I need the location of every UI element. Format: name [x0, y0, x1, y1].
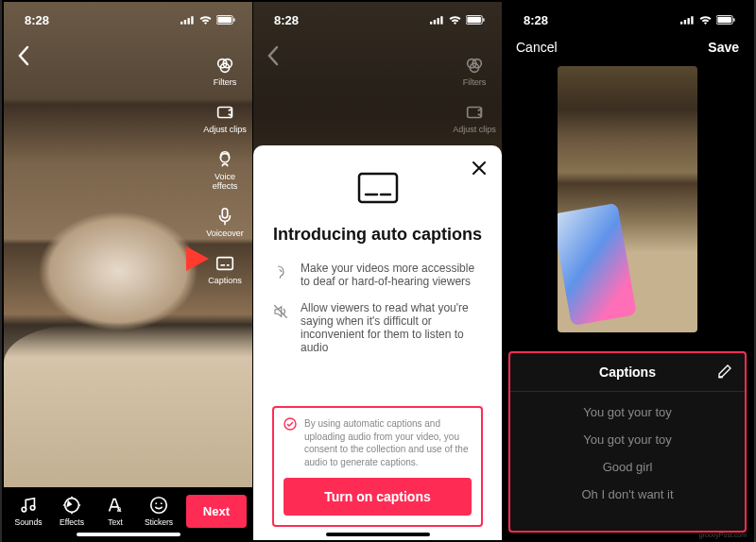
next-button[interactable]: Next: [186, 495, 247, 528]
sounds-button[interactable]: Sounds: [9, 495, 47, 527]
voice-effects-button[interactable]: Voice effects: [203, 149, 247, 191]
svg-rect-25: [434, 20, 436, 25]
close-button[interactable]: [472, 159, 487, 180]
battery-icon: [716, 15, 735, 25]
home-indicator[interactable]: [77, 533, 180, 536]
adjust-clips-label: Adjust clips: [203, 125, 247, 134]
home-indicator[interactable]: [326, 533, 430, 536]
bullet-mute: Allow viewers to read what you're saying…: [272, 301, 483, 354]
text-icon: a: [105, 495, 126, 516]
screen-3-captions-review: 8:28 Cancel Save Captions You got your t…: [503, 2, 752, 540]
save-button[interactable]: Save: [708, 40, 739, 55]
consent-row: By using automatic captions and uploadin…: [284, 417, 472, 468]
svg-rect-35: [359, 174, 397, 202]
svg-rect-24: [430, 22, 432, 25]
captions-label: Captions: [208, 276, 242, 285]
caption-line[interactable]: Good girl: [603, 460, 653, 474]
filters-icon: [464, 55, 485, 76]
sounds-label: Sounds: [15, 517, 43, 527]
consent-check-icon: [284, 417, 297, 468]
bullet-1-text: Make your videos more accessible to deaf…: [301, 262, 483, 288]
back-button-dim: [266, 45, 280, 72]
edit-captions-button[interactable]: [716, 363, 733, 382]
svg-text:a: a: [117, 505, 122, 514]
voiceover-button[interactable]: Voiceover: [203, 206, 247, 238]
svg-rect-10: [218, 108, 232, 118]
svg-rect-40: [680, 22, 682, 25]
svg-point-39: [284, 418, 296, 430]
adjust-clips-button[interactable]: Adjust clips: [203, 102, 247, 134]
top-nav: Cancel Save: [503, 40, 752, 55]
effects-button[interactable]: Effects: [53, 495, 91, 527]
filters-button-dim: Filters: [453, 55, 496, 87]
stickers-label: Stickers: [145, 517, 173, 527]
video-preview[interactable]: [558, 66, 697, 332]
stickers-button[interactable]: Stickers: [140, 495, 178, 527]
svg-point-21: [151, 498, 167, 514]
signal-icon: [430, 15, 444, 25]
svg-point-22: [155, 502, 157, 504]
svg-point-17: [22, 507, 26, 512]
consent-text: By using automatic captions and uploadin…: [304, 417, 472, 468]
adjust-clips-label: Adjust clips: [453, 125, 496, 134]
svg-rect-5: [217, 17, 232, 23]
svg-rect-27: [440, 16, 442, 24]
stickers-icon: [148, 495, 169, 516]
status-indicators: [680, 15, 735, 25]
side-toolbar-dim: Filters Adjust clips: [453, 55, 496, 134]
preview-overlay: [558, 203, 637, 326]
annotation-arrow: [145, 244, 211, 274]
svg-rect-41: [684, 20, 686, 25]
wifi-icon: [198, 15, 213, 25]
status-indicators: [430, 15, 485, 25]
text-label: Text: [108, 517, 123, 527]
status-time: 8:28: [274, 13, 299, 27]
status-bar: 8:28: [253, 2, 502, 32]
cancel-button[interactable]: Cancel: [516, 40, 558, 55]
back-button[interactable]: [17, 45, 30, 72]
filters-button[interactable]: Filters: [203, 55, 247, 87]
captions-header: Captions: [510, 353, 745, 392]
svg-rect-46: [733, 18, 734, 22]
svg-point-18: [30, 505, 35, 510]
close-icon: [472, 161, 487, 176]
svg-rect-26: [438, 18, 439, 25]
caption-line[interactable]: You got your toy: [583, 432, 671, 447]
screen-2-captions-intro: 8:28 Filters Adjust clips: [253, 2, 503, 540]
status-time: 8:28: [524, 13, 548, 27]
voice-effects-label: Voice effects: [203, 172, 247, 191]
adjust-clips-icon: [464, 102, 485, 123]
watermark: groovyPost.com: [699, 532, 747, 538]
wifi-icon: [448, 15, 462, 25]
caption-line[interactable]: You got your toy: [583, 405, 671, 419]
filters-label: Filters: [214, 77, 237, 87]
captions-list[interactable]: You got your toy You got your toy Good g…: [510, 392, 745, 531]
svg-rect-43: [691, 16, 693, 24]
filters-label: Filters: [463, 77, 487, 87]
filters-icon: [215, 55, 235, 76]
voiceover-label: Voiceover: [206, 229, 244, 238]
bottom-tool-group: Sounds Effects a Text Stickers: [9, 495, 178, 527]
turn-on-captions-button[interactable]: Turn on captions: [284, 478, 472, 516]
sounds-icon: [18, 495, 39, 516]
sheet-title: Introducing auto captions: [272, 225, 483, 245]
svg-rect-12: [222, 209, 228, 218]
svg-rect-45: [717, 17, 731, 23]
mute-icon: [272, 303, 289, 354]
adjust-clips-button-dim: Adjust clips: [453, 102, 496, 134]
text-button[interactable]: a Text: [96, 495, 134, 527]
ear-icon: [272, 263, 289, 288]
svg-rect-6: [233, 18, 234, 22]
status-indicators: [180, 15, 235, 25]
captions-title: Captions: [599, 364, 656, 380]
svg-point-11: [220, 154, 229, 162]
status-time: 8:28: [25, 13, 49, 27]
svg-rect-0: [180, 22, 182, 25]
svg-rect-29: [467, 17, 481, 23]
adjust-clips-icon: [215, 102, 235, 123]
three-phone-layout: 8:28 Filters Adjust clips Voice effects: [2, 0, 754, 542]
caption-line[interactable]: Oh I don't want it: [581, 487, 673, 501]
svg-rect-30: [483, 18, 484, 22]
screen-1-editor: 8:28 Filters Adjust clips Voice effects: [4, 2, 253, 540]
status-bar: 8:28: [503, 2, 752, 32]
